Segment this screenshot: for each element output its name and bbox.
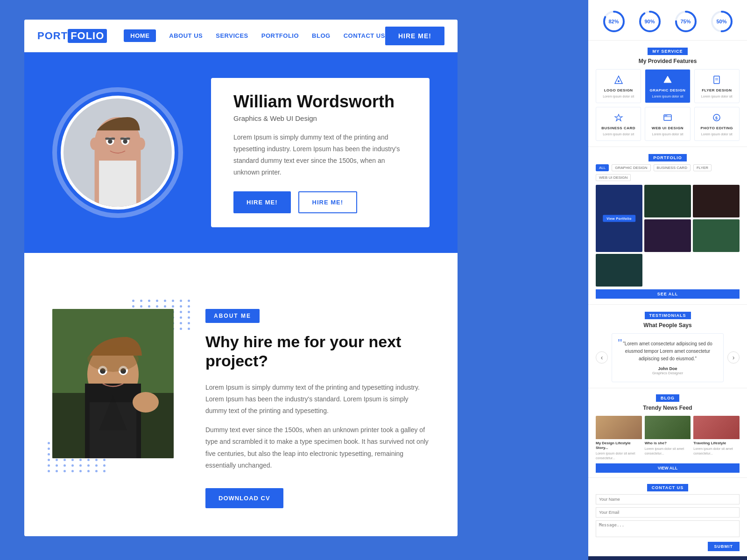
hero-avatar bbox=[52, 87, 183, 218]
filter-graphic[interactable]: GRAPHIC DESIGN bbox=[612, 164, 650, 171]
testimonial-next-button[interactable]: › bbox=[727, 351, 740, 364]
about-text-column: ABOUT ME Why hire me for your next proje… bbox=[205, 309, 430, 508]
svg-text:$: $ bbox=[715, 116, 718, 120]
contact-submit-button[interactable]: SUBMIT bbox=[708, 542, 740, 551]
web-ui-desc: Lorem ipsum dolor sit bbox=[652, 132, 684, 137]
service-web-ui[interactable]: WEB UI DESIGN Lorem ipsum dolor sit bbox=[645, 107, 690, 141]
see-all-button[interactable]: SEE ALL bbox=[596, 289, 740, 299]
portfolio-item-3[interactable] bbox=[693, 185, 740, 217]
nav-home[interactable]: HOME bbox=[124, 29, 156, 42]
dot bbox=[95, 470, 98, 472]
about-badge: ABOUT ME bbox=[205, 309, 260, 323]
about-heading: Why hire me for your next project? bbox=[205, 332, 430, 371]
web-ui-label: WEB UI DESIGN bbox=[652, 126, 684, 130]
blog-card-1[interactable]: My Design Lifestyle Story... Lorem ipsum… bbox=[596, 416, 642, 461]
dot bbox=[103, 470, 106, 472]
about-desc-2: Dummy text ever since the 1500s, when an… bbox=[205, 424, 430, 471]
blog-card-2[interactable]: Who is she? Lorem ipsum dolor sit amet c… bbox=[645, 416, 691, 461]
business-card-icon bbox=[612, 111, 625, 124]
services-title: My Provided Features bbox=[596, 58, 740, 64]
avatar-image bbox=[63, 98, 172, 207]
nav-contact[interactable]: CONTACT US bbox=[344, 32, 385, 39]
service-flyer-design[interactable]: FLYER DESIGN Lorem ipsum dolor sit bbox=[694, 69, 740, 103]
service-graphic-design[interactable]: GRAPHIC DESIGN Lorem ipsum dolor sit bbox=[645, 69, 690, 103]
dot bbox=[48, 453, 50, 455]
dot bbox=[48, 470, 50, 472]
filter-business[interactable]: BUSINESS CARD bbox=[654, 164, 691, 171]
portfolio-grid: View Portfolio bbox=[596, 185, 740, 287]
skill-circle-4: 50% bbox=[710, 9, 734, 34]
portfolio-item-knights[interactable] bbox=[644, 219, 691, 252]
blog-grid: My Design Lifestyle Story... Lorem ipsum… bbox=[596, 416, 740, 461]
hire-me-primary-button[interactable]: HIRE ME! bbox=[233, 191, 291, 213]
dot bbox=[56, 470, 58, 472]
view-all-blog-button[interactable]: VIEW ALL bbox=[596, 463, 740, 473]
services-section: MY SERVICE My Provided Features LOGO DES… bbox=[588, 41, 747, 147]
nav-about[interactable]: ABOUT US bbox=[169, 32, 203, 39]
service-logo-design[interactable]: LOGO DESIGN Lorem ipsum dolor sit bbox=[596, 69, 641, 103]
svg-point-11 bbox=[136, 138, 145, 150]
dot bbox=[188, 300, 190, 302]
testimonials-title: What People Says bbox=[596, 322, 740, 329]
blog-image-2 bbox=[645, 416, 691, 439]
portfolio-item-spellbound[interactable] bbox=[596, 254, 642, 287]
services-grid: LOGO DESIGN Lorem ipsum dolor sit GRAPHI… bbox=[596, 69, 740, 141]
skill-circle-1: 82% bbox=[602, 9, 626, 34]
white-spacer bbox=[24, 253, 458, 290]
dot bbox=[48, 464, 50, 467]
dot bbox=[148, 305, 150, 308]
dot bbox=[164, 305, 166, 308]
portfolio-item-sanders[interactable] bbox=[644, 185, 691, 217]
hire-me-nav-button[interactable]: HIRE ME! bbox=[385, 27, 444, 45]
web-ui-icon bbox=[661, 111, 674, 124]
dot bbox=[172, 305, 174, 308]
contact-name-input[interactable] bbox=[596, 494, 740, 504]
download-cv-button[interactable]: DOWNLOAD CV bbox=[205, 488, 283, 508]
dot bbox=[48, 448, 50, 450]
dot bbox=[188, 328, 190, 330]
dot bbox=[63, 464, 66, 467]
dot bbox=[132, 305, 134, 308]
about-section: ABOUT ME Why hire me for your next proje… bbox=[24, 290, 458, 536]
right-panel: 82% 90% 75% bbox=[588, 0, 747, 560]
contact-message-textarea[interactable] bbox=[596, 520, 740, 537]
nav-portfolio[interactable]: PORTFOLIO bbox=[261, 32, 299, 39]
photo-editing-label: PHOTO EDITING bbox=[701, 126, 733, 130]
skill-label-2: 90% bbox=[644, 19, 655, 24]
filter-all[interactable]: ALL bbox=[596, 164, 609, 171]
nav-blog[interactable]: BLOG bbox=[312, 32, 331, 39]
blog-title-2: Who is she? bbox=[645, 441, 691, 446]
service-photo-editing[interactable]: $ PHOTO EDITING Lorem ipsum dolor sit bbox=[694, 107, 740, 141]
business-card-label: BUSINESS CARD bbox=[601, 126, 635, 130]
testimonial-box: " "Lorem amet consectetur adipiscing sed… bbox=[612, 333, 724, 382]
dot bbox=[180, 311, 182, 313]
logo-design-label: LOGO DESIGN bbox=[604, 88, 633, 92]
service-business-card[interactable]: BUSINESS CARD Lorem ipsum dolor sit bbox=[596, 107, 641, 141]
filter-flyer[interactable]: FLYER bbox=[693, 164, 712, 171]
hero-description: Lorem Ipsum is simply dummy text of the … bbox=[233, 132, 407, 179]
nav-services[interactable]: SERVICES bbox=[216, 32, 248, 39]
graphic-design-icon bbox=[661, 73, 674, 86]
svg-point-10 bbox=[90, 138, 99, 150]
hero-text-card: William Wordsworth Graphics & Web UI Des… bbox=[211, 78, 430, 227]
hero-buttons: HIRE ME! HIRE ME! bbox=[233, 191, 407, 213]
blog-text-3: Lorem ipsum dolor sit amet consectetur..… bbox=[693, 447, 740, 456]
svg-point-21 bbox=[133, 392, 159, 413]
portfolio-item-soccer[interactable] bbox=[693, 219, 740, 252]
blog-card-3[interactable]: Traveling Lifestyle Lorem ipsum dolor si… bbox=[693, 416, 740, 461]
skill-label-1: 82% bbox=[608, 19, 619, 24]
dot bbox=[180, 316, 182, 319]
portfolio-item-cannawest[interactable]: View Portfolio bbox=[596, 185, 642, 252]
filter-web[interactable]: WEB UI DESIGN bbox=[596, 174, 631, 181]
dot bbox=[140, 300, 142, 302]
flyer-design-desc: Lorem ipsum dolor sit bbox=[701, 94, 733, 99]
hire-me-outline-button[interactable]: HIRE ME! bbox=[298, 191, 358, 213]
photo-editing-icon: $ bbox=[710, 111, 723, 124]
testimonial-prev-button[interactable]: ‹ bbox=[596, 351, 608, 364]
logo-design-icon bbox=[612, 73, 625, 86]
portfolio-badge: PORTFOLIO bbox=[648, 154, 687, 161]
contact-email-input[interactable] bbox=[596, 507, 740, 518]
business-card-desc: Lorem ipsum dolor sit bbox=[603, 132, 634, 137]
view-portfolio-btn[interactable]: View Portfolio bbox=[603, 215, 635, 222]
skill-circle-2: 90% bbox=[638, 9, 662, 34]
